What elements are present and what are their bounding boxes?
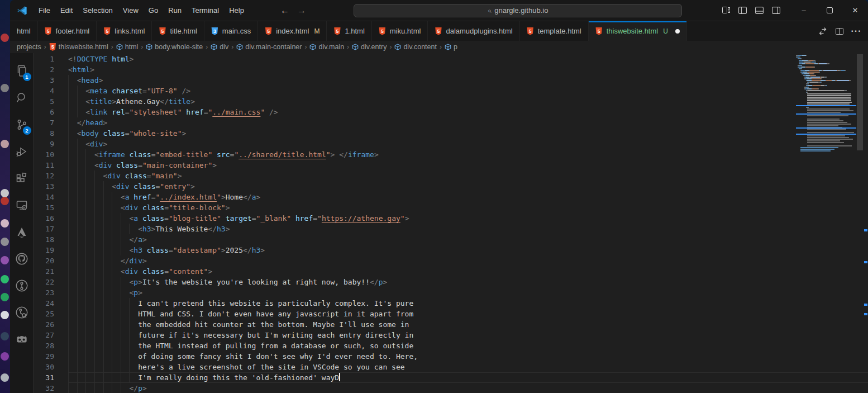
line-number[interactable]: 11 [34,160,68,171]
code-line-content[interactable]: <meta charset="UTF-8" /> [68,86,868,96]
line-number[interactable]: 1 [34,54,68,64]
code-line-content[interactable]: <html> [68,64,868,75]
line-number[interactable]: 25 [34,309,68,319]
tab-index.html[interactable]: 5index.htmlM [258,21,327,41]
tab-footer.html[interactable]: 5footer.html [38,21,97,41]
code-line-content[interactable]: future if it's necessary but I'm writing… [68,330,868,340]
command-center-search[interactable]: ⌕ gnargle.github.io [354,4,682,17]
code-line-content[interactable]: <title>Athene.Gay</title> [68,96,868,107]
explorer-button[interactable]: 1 [10,58,34,84]
breadcrumb-item-html[interactable]: html [115,43,140,51]
code-line-content[interactable]: </p> [68,383,868,393]
line-number[interactable]: 2 [34,64,68,75]
extensions-button[interactable] [10,165,34,192]
code-line-content[interactable]: <div class="main"> [68,171,868,181]
menu-edit[interactable]: Edit [55,4,78,17]
tab-main.css[interactable]: 3main.css [204,21,258,41]
menu-go[interactable]: Go [144,4,163,17]
code-line-content[interactable]: </a> [68,234,868,245]
dirty-indicator[interactable] [675,29,680,34]
code-line-content[interactable]: <link rel="stylesheet" href="../main.css… [68,107,868,117]
more-actions-icon[interactable]: ··· [849,24,864,39]
menu-selection[interactable]: Selection [78,4,117,17]
nav-back-button[interactable]: ← [280,6,289,16]
godot-tools-button[interactable] [10,326,34,353]
search-view-button[interactable] [10,84,34,111]
remote-explorer-button[interactable] [10,192,34,219]
nav-forward-button[interactable]: → [297,6,306,16]
commit-graph-button[interactable] [10,299,34,326]
customize-layout-icon[interactable] [722,6,731,15]
line-number[interactable]: 16 [34,213,68,224]
line-number[interactable]: 31 [34,372,68,383]
minimap[interactable] [796,54,856,390]
tab-html[interactable]: html [10,21,38,41]
line-number[interactable]: 23 [34,287,68,298]
code-line-content[interactable]: I can't pretend this website is particul… [68,298,868,309]
tab-miku.html[interactable]: 5miku.html [372,21,428,41]
run-debug-button[interactable] [10,138,34,165]
breadcrumb-item-p[interactable]: p [443,43,459,51]
code-line-content[interactable]: of doing some fancy shit I don't see why… [68,351,868,362]
line-number[interactable]: 9 [34,139,68,149]
code-line-content[interactable]: <div> [68,139,868,149]
maximize-button[interactable] [817,0,842,21]
tab-links.html[interactable]: 5links.html [97,21,152,41]
breadcrumb-item-div.main[interactable]: div.main [308,43,345,51]
github-button[interactable] [10,245,34,272]
tab-dalamudplugins.html[interactable]: 5dalamudplugins.html [428,21,519,41]
gitlens-button[interactable] [10,272,34,299]
breadcrumb-item-div[interactable]: div [209,43,230,51]
breadcrumb-item-div.main-container[interactable]: div.main-container [235,43,303,51]
tab-thiswebsite.html[interactable]: 5thiswebsite.htmlU [589,21,687,41]
line-number[interactable]: 32 [34,383,68,393]
line-number[interactable]: 15 [34,202,68,213]
code-line-content[interactable]: I'm really doing this the 'old-fashioned… [68,372,868,383]
code-line-content[interactable]: <!DOCTYPE html> [68,54,868,64]
line-number[interactable]: 26 [34,319,68,330]
code-line-content[interactable]: </div> [68,255,868,266]
line-number[interactable]: 12 [34,171,68,181]
code-line-content[interactable]: <h3>This Website</h3> [68,224,868,234]
line-number[interactable]: 21 [34,266,68,277]
line-number[interactable]: 18 [34,234,68,245]
menu-help[interactable]: Help [224,4,249,17]
line-number[interactable]: 13 [34,181,68,192]
scrollbar-thumb[interactable] [857,54,863,150]
code-line-content[interactable]: <h3 class="datestamp">2025</h3> [68,245,868,255]
menu-file[interactable]: File [34,4,55,17]
breadcrumb-item-thiswebsite.html[interactable]: 5thiswebsite.html [48,43,109,51]
menu-view[interactable]: View [118,4,144,17]
line-number[interactable]: 27 [34,330,68,340]
code-line-content[interactable]: HTML and CSS. I don't even have any java… [68,309,868,319]
line-number[interactable]: 7 [34,117,68,128]
code-line-content[interactable]: <a class="blog-title" target="_blank" hr… [68,213,868,224]
open-changes-icon[interactable] [815,24,830,39]
code-line-content[interactable]: <p>It's the website you're looking at ri… [68,277,868,287]
line-number[interactable]: 29 [34,351,68,362]
line-number[interactable]: 22 [34,277,68,287]
tab-title.html[interactable]: 5title.html [152,21,204,41]
line-number[interactable]: 10 [34,149,68,160]
code-line-content[interactable]: the HTML instead of pulling from a datab… [68,340,868,351]
toggle-primary-sidebar-icon[interactable] [738,6,747,15]
code-line-content[interactable]: </head> [68,117,868,128]
line-number[interactable]: 30 [34,362,68,372]
minimize-button[interactable]: – [791,0,817,21]
line-number[interactable]: 24 [34,298,68,309]
tab-1.html[interactable]: 51.html [327,21,371,41]
line-number[interactable]: 3 [34,75,68,86]
tab-template.html[interactable]: 5template.html [520,21,589,41]
line-number[interactable]: 17 [34,224,68,234]
code-line-content[interactable]: here's a live screenshot of the site in … [68,362,868,372]
line-number[interactable]: 5 [34,96,68,107]
line-number[interactable]: 8 [34,128,68,139]
line-number[interactable]: 20 [34,255,68,266]
code-line-content[interactable]: <head> [68,75,868,86]
azure-button[interactable] [10,219,34,245]
code-line-content[interactable]: <body class="whole-site"> [68,128,868,139]
menu-terminal[interactable]: Terminal [187,4,224,17]
menu-run[interactable]: Run [163,4,187,17]
line-number[interactable]: 28 [34,340,68,351]
code-line-content[interactable]: <p> [68,287,868,298]
